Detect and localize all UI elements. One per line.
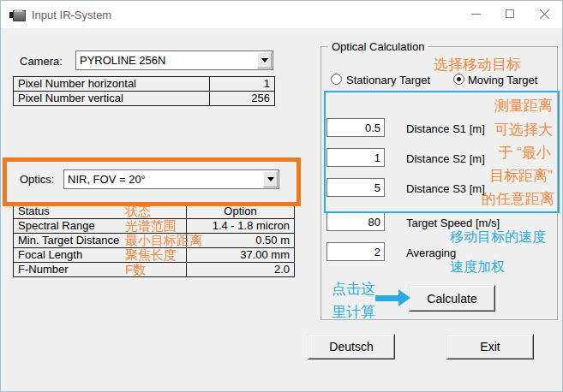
min-target-distance-zh: 最小目标距离 xyxy=(125,234,202,247)
table-row: Spectral Range 光谱范围 1.4 - 1.8 micron xyxy=(14,218,294,233)
focal-length-zh: 聚焦长度 xyxy=(125,248,177,262)
calculate-annotation-line2-zh: 里计算 xyxy=(332,302,375,322)
calculate-button[interactable]: Calculate xyxy=(409,285,495,312)
moving-target-label[interactable]: Moving Target xyxy=(468,74,537,86)
minimize-icon xyxy=(471,14,481,15)
target-speed-input[interactable] xyxy=(326,212,385,231)
table-row: Min. Target Distance 最小目标距离 0.50 m xyxy=(14,233,294,247)
distance-s1-label: Distance S1 [m] xyxy=(406,122,485,135)
optics-label: Optics: xyxy=(20,173,54,186)
distance-s1-input[interactable] xyxy=(326,118,385,137)
averaging-label: Averaging xyxy=(406,246,456,259)
minimize-button[interactable] xyxy=(458,1,493,27)
calculate-arrow-head-icon xyxy=(398,289,410,306)
camera-dropdown-button[interactable] xyxy=(257,52,272,68)
spectral-range-zh: 光谱范围 xyxy=(125,219,177,233)
calculate-annotation-line1-zh: 点击这 xyxy=(332,279,375,299)
pixel-horizontal-label: Pixel Number horizontal xyxy=(14,77,210,91)
distance-s2-input[interactable] xyxy=(326,148,385,167)
table-row: F-Number F数 2.0 xyxy=(14,262,294,276)
f-number-zh: F数 xyxy=(125,263,146,276)
table-row: Pixel Number vertical 256 xyxy=(14,91,274,105)
optics-combobox[interactable]: NIR, FOV = 20° xyxy=(63,169,279,189)
camera-icon xyxy=(9,9,25,21)
chevron-down-icon xyxy=(267,177,274,181)
distance-annotation-line3-zh: 目标距离” xyxy=(489,166,553,186)
window-title: Input IR-System xyxy=(32,9,111,21)
camera-combobox[interactable]: PYROLINE 256N xyxy=(75,50,273,70)
pixel-vertical-label: Pixel Number vertical xyxy=(14,92,210,105)
pixel-horizontal-value: 1 xyxy=(210,77,274,91)
optical-calculation-title: Optical Calculation xyxy=(328,40,428,53)
calculate-arrow-icon xyxy=(375,295,399,301)
distance-s2-label: Distance S2 [m] xyxy=(406,152,485,165)
table-row: Focal Length 聚焦长度 37.00 mm xyxy=(14,247,294,262)
distance-annotation-title-zh: 测量距离 xyxy=(494,96,553,116)
option-header-label: Option xyxy=(187,205,294,218)
pixel-table: Pixel Number horizontal 1 Pixel Number v… xyxy=(13,76,275,106)
chevron-down-icon xyxy=(261,58,268,62)
optics-dropdown-button[interactable] xyxy=(263,171,278,187)
table-header-row: Status 状态 Option xyxy=(14,205,294,218)
pixel-vertical-value: 256 xyxy=(210,92,274,105)
status-table: Status 状态 Option Spectral Range 光谱范围 1.4… xyxy=(13,204,295,277)
target-speed-annotation-zh: 移动目标的速度 xyxy=(450,229,546,246)
status-header-label: Status xyxy=(14,205,187,218)
spectral-range-value: 1.4 - 1.8 micron xyxy=(187,219,294,233)
table-row: Pixel Number horizontal 1 xyxy=(14,77,274,91)
camera-label: Camera: xyxy=(20,55,63,68)
distance-annotation-line2-zh: 于 “最小 xyxy=(499,143,551,163)
maximize-icon xyxy=(506,9,514,18)
close-button[interactable] xyxy=(527,1,561,27)
focal-length-value: 37.00 mm xyxy=(187,248,294,262)
f-number-label: F-Number xyxy=(14,263,187,276)
title-bar: Input IR-System xyxy=(1,1,562,28)
moving-target-radio[interactable] xyxy=(453,74,464,85)
moving-target-annotation-zh: 选择移动目标 xyxy=(434,55,521,74)
averaging-input[interactable] xyxy=(326,242,385,261)
distance-annotation-line1-zh: 可选择大 xyxy=(494,120,553,140)
stationary-target-label[interactable]: Stationary Target xyxy=(346,74,430,86)
input-ir-system-dialog: Input IR-System Camera: PYROLINE 256N Pi… xyxy=(0,0,563,392)
distance-s3-input[interactable] xyxy=(326,178,385,197)
exit-button[interactable]: Exit xyxy=(446,334,534,359)
f-number-value: 2.0 xyxy=(187,263,294,276)
distance-s3-label: Distance S3 [m] xyxy=(406,182,485,195)
optics-selected-value: NIR, FOV = 20° xyxy=(68,173,146,186)
averaging-annotation-zh: 速度加权 xyxy=(450,258,505,276)
close-icon xyxy=(539,9,550,20)
distance-annotation-line4-zh: 的任意距离 xyxy=(482,189,554,209)
min-target-distance-value: 0.50 m xyxy=(187,234,294,247)
target-speed-label: Target Speed [m/s] xyxy=(406,217,500,229)
deutsch-button[interactable]: Deutsch xyxy=(308,334,395,359)
maximize-button[interactable] xyxy=(493,1,527,27)
stationary-target-radio[interactable] xyxy=(331,74,342,85)
status-header-zh: 状态 xyxy=(125,205,151,218)
camera-selected-value: PYROLINE 256N xyxy=(80,54,165,67)
